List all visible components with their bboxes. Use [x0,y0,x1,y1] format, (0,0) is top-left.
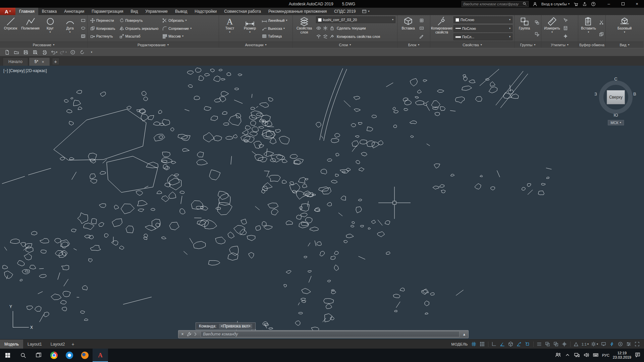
clean-screen-button[interactable] [633,341,641,348]
ortho-toggle[interactable] [490,341,498,348]
panel-title-properties[interactable]: Свойства▾ [430,42,514,48]
tray-volume-icon[interactable] [583,352,589,359]
tray-chevron-up-icon[interactable] [565,352,571,359]
drawing-canvas[interactable] [0,66,644,339]
cut-icon[interactable] [599,20,604,25]
layer-match-icon[interactable] [329,34,335,39]
viewcube[interactable]: С Ю З В Сверху МСК▾ [596,77,636,127]
circle-button[interactable]: Круг▾ [41,16,60,41]
command-customize-button[interactable] [186,331,193,338]
panel-title-utilities[interactable]: Утилиты▾ [541,42,578,48]
clock[interactable]: 12:19 23.03.2019 [613,351,631,360]
skype-icon[interactable] [62,349,77,362]
group-button[interactable]: Группа [516,16,533,41]
panel-title-view[interactable]: Вид▾ [606,42,643,48]
workspace-switcher[interactable]: ▾ [590,341,599,348]
move-button[interactable]: Перенести [89,17,116,24]
ribbon-tab-addins[interactable]: Надстройки [191,8,220,15]
ribbon-tab-featured-apps[interactable]: Рекомендованные приложения [265,8,330,15]
task-view-button[interactable] [31,349,46,362]
quick-select-icon[interactable] [563,18,568,23]
new-tab-button[interactable]: + [52,58,59,65]
quick-calc-icon[interactable] [563,26,568,31]
tray-keyboard-icon[interactable] [593,352,599,359]
table-button[interactable]: Таблица [261,33,288,40]
file-tab-start[interactable]: Начало [3,57,28,66]
group-edit-icon[interactable] [534,32,540,37]
transparency-toggle[interactable] [544,341,551,348]
layer-off-icon[interactable] [316,26,321,31]
match-layer-button[interactable]: Копировать свойства слоя [336,33,381,40]
layer-dropdown[interactable]: kushi_corr_07_03_20▾ [316,16,395,23]
new-file-button[interactable] [3,49,11,56]
viewcube-top-face[interactable]: Сверху [607,90,625,104]
user-icon[interactable] [533,2,537,6]
layout-tab-model[interactable]: Модель [0,340,23,349]
save-as-button[interactable] [31,49,40,56]
scale-button[interactable]: Масштаб [118,33,160,40]
isodraft-toggle[interactable] [507,341,515,348]
application-menu-button[interactable]: A▾ [0,8,15,15]
file-tab-drawing[interactable]: 5*× [29,57,50,66]
rectangle-tool-button[interactable] [80,18,86,23]
otrack-toggle[interactable] [516,341,523,348]
ribbon-display-toggle[interactable]: ▾ [359,8,372,15]
command-line[interactable]: × ▴ [178,330,469,338]
notification-center-button[interactable] [635,352,641,359]
ribbon-tab-parametric[interactable]: Параметризация [88,8,127,15]
ribbon-tab-manage[interactable]: Управление [142,8,171,15]
taskbar-search-button[interactable] [15,349,31,362]
selection-cycling-toggle[interactable] [552,341,560,348]
panel-title-clipboard[interactable]: Буфер обмена [578,42,605,48]
viewport-style-control[interactable]: [2D-каркас] [25,68,47,73]
linetype-dropdown[interactable]: ПоСлою▾ [453,25,513,32]
insert-block-button[interactable]: Вставка [398,16,418,41]
ribbon-tab-collaborate[interactable]: Совместная работа [220,8,265,15]
panel-title-annotation[interactable]: Аннотации▾ [219,42,292,48]
id-point-icon[interactable] [563,34,568,39]
dim-linear-button[interactable]: Линейный▾ [261,17,288,24]
panel-title-groups[interactable]: Группы▾ [515,42,541,48]
open-file-button[interactable] [12,49,21,56]
measure-button[interactable]: Измерить▾ [542,16,562,41]
ungroup-icon[interactable] [534,20,540,25]
dynamic-input-toggle[interactable] [561,341,568,348]
match-properties-button[interactable]: Копирование свойств [431,16,452,41]
leader-button[interactable]: Выноска▾ [261,25,288,32]
plot-button[interactable] [40,49,49,56]
panel-title-block[interactable]: Блок▾ [397,42,430,48]
dimension-button[interactable]: Размер▾ [240,16,260,41]
viewport-view-control[interactable]: [Сверху] [9,68,25,73]
command-input[interactable] [201,331,460,337]
layout-tab-layout2[interactable]: Layout2 [46,340,69,349]
viewcube-west[interactable]: З [594,92,597,97]
viewcube-south[interactable]: Ю [613,113,618,118]
polyline-button[interactable]: Полилиния [21,16,40,41]
undo-button[interactable]: ▾ [50,49,58,56]
annotation-visibility-toggle[interactable] [573,341,580,348]
language-indicator[interactable]: РУС [602,353,609,357]
search-icon[interactable] [523,2,527,6]
array-button[interactable]: Массив▾ [161,33,193,40]
help-search-input[interactable] [463,2,521,6]
layer-lock-icon[interactable] [329,26,335,31]
ribbon-tab-insert[interactable]: Вставка [38,8,61,15]
autocad-taskbar-icon[interactable]: A [93,349,108,362]
layer-unisolate-icon[interactable] [323,34,328,39]
mirror-button[interactable]: Отразить зеркально [118,25,160,32]
base-view-button[interactable]: Базовый▾ [615,16,634,41]
graphics-performance-toggle[interactable] [608,341,615,348]
copy-button[interactable]: Копировать [89,25,116,32]
close-button[interactable]: × [630,0,644,8]
recent-commands-button[interactable] [193,331,199,338]
text-button[interactable]: AТекст▾ [220,16,239,41]
panel-title-draw[interactable]: Рисование▾ [0,42,87,48]
save-button[interactable] [21,49,30,56]
start-button[interactable] [0,349,15,362]
tray-network-icon[interactable] [574,352,580,359]
panel-title-modify[interactable]: Редактирование▾ [88,42,219,48]
layer-isolate-icon[interactable] [316,34,321,39]
lineweight-toggle[interactable] [536,341,543,348]
ucs-selector[interactable]: МСК▾ [608,120,624,125]
close-tab-icon[interactable]: × [42,59,44,64]
